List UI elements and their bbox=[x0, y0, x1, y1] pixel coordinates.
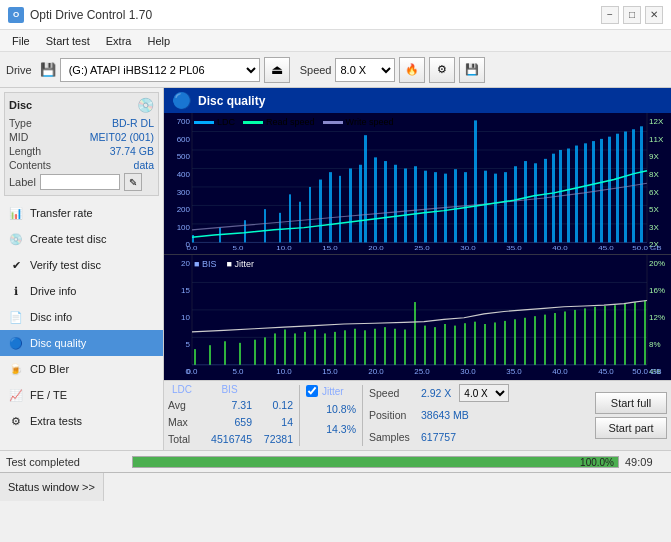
sidebar-item-disc-quality[interactable]: 🔵 Disc quality bbox=[0, 330, 163, 356]
svg-rect-41 bbox=[552, 154, 555, 243]
svg-rect-77 bbox=[284, 329, 286, 364]
fe-te-icon: 📈 bbox=[8, 387, 24, 403]
speed-info-val: 2.92 X bbox=[421, 387, 451, 399]
disc-quality-header: 🔵 Disc quality bbox=[164, 88, 671, 113]
disc-row-contents: Contents data bbox=[9, 159, 154, 171]
jitter-checkbox[interactable] bbox=[306, 385, 318, 397]
disc-panel-title: Disc bbox=[9, 99, 32, 111]
ldc-col-header: LDC bbox=[168, 384, 196, 395]
burn-button[interactable]: 🔥 bbox=[399, 57, 425, 83]
svg-rect-33 bbox=[474, 120, 477, 242]
svg-text:5.0: 5.0 bbox=[232, 245, 243, 251]
fe-te-label: FE / TE bbox=[30, 389, 67, 401]
label-input[interactable] bbox=[40, 174, 120, 190]
svg-rect-108 bbox=[594, 306, 596, 364]
bis-label: ■ BIS bbox=[194, 259, 216, 269]
cd-bier-icon: 🍺 bbox=[8, 361, 24, 377]
svg-rect-113 bbox=[644, 300, 646, 364]
svg-rect-107 bbox=[584, 308, 586, 364]
svg-rect-24 bbox=[384, 161, 387, 242]
svg-rect-81 bbox=[324, 333, 326, 364]
svg-rect-22 bbox=[364, 135, 367, 242]
speed-info: Speed 2.92 X 4.0 X Position 38643 MB Sam… bbox=[369, 383, 509, 448]
svg-rect-78 bbox=[294, 333, 296, 364]
label-button[interactable]: ✎ bbox=[124, 173, 142, 191]
svg-rect-109 bbox=[604, 305, 606, 364]
sidebar-item-verify-test-disc[interactable]: ✔ Verify test disc bbox=[0, 252, 163, 278]
eject-button[interactable]: ⏏ bbox=[264, 57, 290, 83]
svg-text:50.0 GB: 50.0 GB bbox=[632, 245, 662, 251]
transfer-rate-icon: 📊 bbox=[8, 205, 24, 221]
bis-col-header: BIS bbox=[212, 384, 247, 395]
action-buttons: Start full Start part bbox=[595, 383, 667, 448]
sidebar-item-disc-info[interactable]: 📄 Disc info bbox=[0, 304, 163, 330]
close-button[interactable]: ✕ bbox=[645, 6, 663, 24]
menu-file[interactable]: File bbox=[4, 33, 38, 49]
drive-icon: 💾 bbox=[40, 62, 56, 77]
sidebar-item-cd-bier[interactable]: 🍺 CD BIer bbox=[0, 356, 163, 382]
progress-bar bbox=[133, 457, 618, 467]
chart-top-svg: 0.0 5.0 10.0 15.0 20.0 25.0 30.0 35.0 40… bbox=[164, 113, 671, 254]
transfer-rate-label: Transfer rate bbox=[30, 207, 93, 219]
svg-rect-27 bbox=[414, 166, 417, 242]
jitter-max-row: 14.3% bbox=[306, 419, 356, 439]
svg-text:5.0: 5.0 bbox=[232, 368, 243, 375]
sidebar-item-fe-te[interactable]: 📈 FE / TE bbox=[0, 382, 163, 408]
stats-bar: LDC BIS Avg 7.31 0.12 Max 659 14 Total 4… bbox=[164, 380, 671, 450]
speed-dropdown[interactable]: 4.0 X bbox=[459, 384, 509, 402]
samples-label: Samples bbox=[369, 431, 417, 443]
speed-select[interactable]: 8.0 X bbox=[335, 58, 395, 82]
svg-rect-95 bbox=[464, 323, 466, 365]
ldc-total-val: 4516745 bbox=[202, 433, 252, 445]
menu-help[interactable]: Help bbox=[139, 33, 178, 49]
menu-extra[interactable]: Extra bbox=[98, 33, 140, 49]
test-completed-label: Test completed bbox=[6, 456, 126, 468]
svg-rect-18 bbox=[329, 172, 332, 242]
title-bar-left: O Opti Drive Control 1.70 bbox=[8, 7, 152, 23]
disc-panel-icon[interactable]: 💿 bbox=[137, 97, 154, 113]
save-button[interactable]: 💾 bbox=[459, 57, 485, 83]
svg-rect-90 bbox=[414, 302, 416, 365]
maximize-button[interactable]: □ bbox=[623, 6, 641, 24]
chart-container: 700 600 500 400 300 200 100 0 12X 11X 9X… bbox=[164, 113, 671, 380]
svg-rect-36 bbox=[504, 172, 507, 242]
status-window-button[interactable]: Status window >> bbox=[0, 473, 104, 501]
settings-button[interactable]: ⚙ bbox=[429, 57, 455, 83]
speed-row: Speed 2.92 X 4.0 X bbox=[369, 383, 509, 403]
max-label: Max bbox=[168, 416, 196, 428]
svg-rect-73 bbox=[239, 342, 241, 364]
svg-rect-16 bbox=[309, 187, 311, 242]
sidebar-item-extra-tests[interactable]: ⚙ Extra tests bbox=[0, 408, 163, 434]
drive-select[interactable]: (G:) ATAPI iHBS112 2 PL06 bbox=[60, 58, 260, 82]
title-bar: O Opti Drive Control 1.70 − □ ✕ bbox=[0, 0, 671, 30]
disc-quality-title: Disc quality bbox=[198, 94, 265, 108]
sidebar-item-create-test-disc[interactable]: 💿 Create test disc bbox=[0, 226, 163, 252]
start-full-button[interactable]: Start full bbox=[595, 392, 667, 414]
minimize-button[interactable]: − bbox=[601, 6, 619, 24]
svg-text:45.0: 45.0 bbox=[598, 368, 614, 375]
svg-text:35.0: 35.0 bbox=[506, 245, 522, 251]
sidebar-item-transfer-rate[interactable]: 📊 Transfer rate bbox=[0, 200, 163, 226]
svg-text:25.0: 25.0 bbox=[414, 245, 430, 251]
jitter-avg-row: 10.8% bbox=[306, 399, 356, 419]
start-part-button[interactable]: Start part bbox=[595, 417, 667, 439]
svg-rect-110 bbox=[614, 305, 616, 365]
ldc-max-val: 659 bbox=[202, 416, 252, 428]
bis-max-val: 14 bbox=[258, 416, 293, 428]
disc-key-mid: MID bbox=[9, 131, 28, 143]
svg-rect-74 bbox=[254, 339, 256, 364]
svg-rect-102 bbox=[534, 316, 536, 365]
svg-rect-89 bbox=[404, 329, 406, 364]
time-display: 49:09 bbox=[625, 456, 665, 468]
menu-start-test[interactable]: Start test bbox=[38, 33, 98, 49]
svg-rect-40 bbox=[544, 159, 547, 243]
disc-val-length: 37.74 GB bbox=[110, 145, 154, 157]
toolbar: Drive 💾 (G:) ATAPI iHBS112 2 PL06 ⏏ Spee… bbox=[0, 52, 671, 88]
svg-rect-99 bbox=[504, 320, 506, 364]
position-row: Position 38643 MB bbox=[369, 405, 509, 425]
sidebar-item-drive-info[interactable]: ℹ Drive info bbox=[0, 278, 163, 304]
svg-rect-83 bbox=[344, 330, 346, 365]
drive-info-label: Drive info bbox=[30, 285, 76, 297]
svg-text:0.0: 0.0 bbox=[186, 245, 197, 251]
total-label: Total bbox=[168, 433, 196, 445]
